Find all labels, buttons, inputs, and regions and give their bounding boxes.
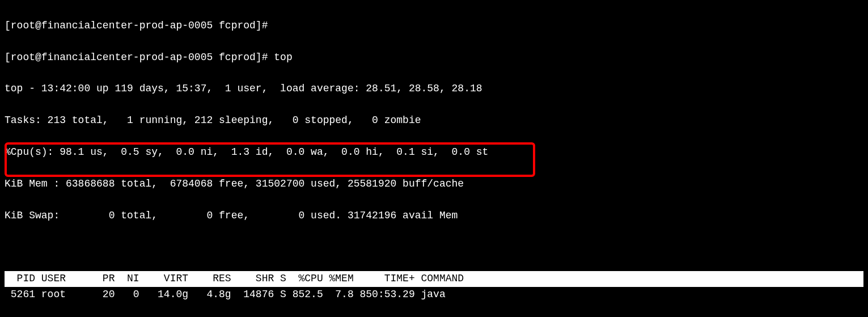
top-summary-cpu: %Cpu(s): 98.1 us, 0.5 sy, 0.0 ni, 1.3 id… bbox=[5, 145, 863, 160]
top-summary-swap: KiB Swap: 0 total, 0 free, 0 used. 31742… bbox=[5, 208, 863, 224]
shell-command-top: [root@financialcenter-prod-ap-0005 fcpro… bbox=[5, 50, 863, 66]
top-summary-mem: KiB Mem : 63868688 total, 6784068 free, … bbox=[5, 176, 863, 192]
shell-prompt: [root@financialcenter-prod-ap-0005 fcpro… bbox=[5, 18, 863, 34]
table-row: 5261 root 20 0 14.0g 4.8g 14876 S 852.5 … bbox=[5, 287, 863, 303]
blank-line bbox=[5, 239, 863, 255]
top-summary-uptime: top - 13:42:00 up 119 days, 15:37, 1 use… bbox=[5, 81, 863, 97]
top-summary-tasks: Tasks: 213 total, 1 running, 212 sleepin… bbox=[5, 113, 863, 129]
process-table-header: PID USER PR NI VIRT RES SHR S %CPU %MEM … bbox=[5, 271, 863, 287]
terminal[interactable]: [root@financialcenter-prod-ap-0005 fcpro… bbox=[0, 0, 868, 317]
